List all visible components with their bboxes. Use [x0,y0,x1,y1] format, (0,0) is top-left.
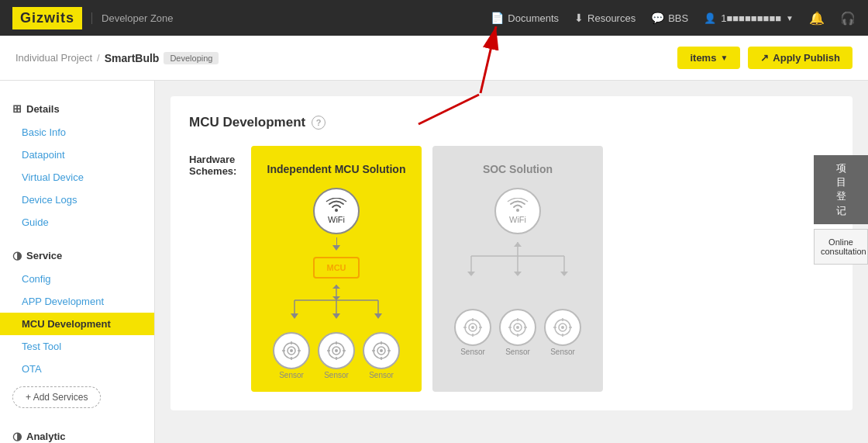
headphone-icon[interactable]: 🎧 [840,11,856,26]
schemes-container: Independent MCU Solution WiFi [251,146,603,392]
sensor-item-2: Sensor [318,332,355,379]
svg-marker-9 [332,285,340,289]
sensor-circle-2 [318,332,355,369]
breadcrumb-project: SmartBulb [105,52,160,64]
document-icon: 📄 [491,12,504,24]
sidebar-item-ota[interactable]: OTA [0,358,154,380]
sidebar-item-basic-info[interactable]: Basic Info [0,121,154,144]
sensor-label-soc-2: Sensor [505,348,530,356]
sensor-label-2: Sensor [324,371,349,379]
svg-point-51 [516,326,519,329]
sidebar-section-analytic: ◑ Analytic [0,424,154,443]
project-register-tab[interactable]: 项 目 登 记 [814,155,868,224]
sensor-circle-3 [363,332,400,369]
sidebar: ⊞ Details Basic Info Datapoint Virtual D… [0,81,155,443]
svg-point-0 [335,209,338,212]
svg-point-27 [380,349,383,352]
svg-point-32 [516,209,519,212]
breadcrumb-actions: items ▼ ↗ Apply Publish [677,47,852,69]
svg-marker-4 [291,313,298,319]
wifi-label-inactive: WiFi [509,215,526,224]
sensor-icon-soc-2 [508,317,528,337]
wifi-circle-active: WiFi [313,188,360,234]
nav-documents[interactable]: 📄 Documents [491,12,559,24]
external-icon: ↗ [760,52,769,64]
chevron-down-icon: ▼ [786,14,794,22]
right-panel: 项 目 登 记 Online consultation [814,155,868,265]
bell-icon[interactable]: 🔔 [809,11,825,26]
mcu-text: MCU [326,263,346,272]
chat-icon: 💬 [651,12,664,24]
sensor-icon-3 [371,341,391,361]
sensor-label-soc-1: Sensor [460,348,485,356]
breadcrumb: Individual Project / SmartBulb Developin… [16,52,219,64]
pie-icon: ◑ [12,249,22,261]
sidebar-item-datapoint[interactable]: Datapoint [0,144,154,166]
nav-resources[interactable]: ⬇ Resources [574,12,636,24]
svg-point-13 [290,349,293,352]
svg-point-58 [561,326,564,329]
sensor-item-soc-2: Sensor [499,309,536,356]
svg-point-44 [471,326,474,329]
mcu-box: MCU [313,257,360,279]
mcu-card: MCU Development ? Hardware Schemes: Inde… [170,96,852,410]
svg-marker-36 [467,272,475,276]
sidebar-divider-1 [0,234,154,243]
online-consultation-tab[interactable]: Online consultation [814,229,868,265]
sensor-item-soc-3: Sensor [544,309,581,356]
breadcrumb-bar: Individual Project / SmartBulb Developin… [0,36,868,81]
svg-marker-8 [374,313,382,319]
sensor-icon-soc-3 [553,317,573,337]
chevron-down-icon: ▼ [720,54,728,62]
mcu-title: MCU Development ? [189,115,834,130]
nav-links: 📄 Documents ⬇ Resources 💬 BBS 👤 1■■■■■■■… [491,11,856,26]
hardware-label: Hardware Schemes: [189,146,251,177]
scheme-independent-title: Independent MCU Solution [264,158,409,188]
sidebar-item-mcu-development[interactable]: MCU Development [0,313,154,335]
sensor-circle-soc-3 [544,309,581,346]
sidebar-item-virtual-device[interactable]: Virtual Device [0,166,154,189]
breadcrumb-sep: / [97,52,100,64]
hardware-schemes: Hardware Schemes: Independent MCU Soluti… [189,146,834,392]
sensor-icon-soc-1 [463,317,483,337]
wifi-icon-inactive [507,198,529,213]
sensor-icon-1 [281,341,301,361]
main-layout: ⊞ Details Basic Info Datapoint Virtual D… [0,81,868,443]
sidebar-item-device-logs[interactable]: Device Logs [0,189,154,211]
analytic-icon: ◑ [12,430,22,442]
items-button[interactable]: items ▼ [677,47,740,69]
sidebar-item-app-development[interactable]: APP Development [0,290,154,313]
sidebar-item-test-tool[interactable]: Test Tool [0,335,154,358]
sensor-circle-soc-2 [499,309,536,346]
nav-bbs[interactable]: 💬 BBS [651,12,688,24]
wifi-circle-inactive: WiFi [494,188,541,234]
sensor-icon-2 [326,341,346,361]
sensor-item-3: Sensor [363,332,400,379]
logo[interactable]: Gizwits [12,7,82,29]
sidebar-item-guide[interactable]: Guide [0,211,154,234]
soc-arrows [445,242,591,304]
sensor-label-1: Sensor [279,371,304,379]
apply-publish-button[interactable]: ↗ Apply Publish [748,47,852,69]
add-services-button[interactable]: + Add Services [12,386,101,408]
scheme-soc[interactable]: SOC Solution WiFi [432,146,603,392]
svg-marker-40 [560,272,568,276]
top-navigation: Gizwits Developer Zone 📄 Documents ⬇ Res… [0,0,868,36]
devzone-label: Developer Zone [91,12,174,24]
user-icon: 👤 [704,12,716,24]
breadcrumb-parent[interactable]: Individual Project [16,52,92,64]
sensor-label-soc-3: Sensor [550,348,575,356]
sidebar-item-config[interactable]: Config [0,268,154,290]
sensor-label-3: Sensor [369,371,394,379]
scheme-soc-title: SOC Solution [445,158,591,188]
scheme-independent-mcu[interactable]: Independent MCU Solution WiFi [251,146,422,392]
sensors-row-active: Sensor [264,332,409,379]
sensor-circle-soc-1 [454,309,491,346]
arrow-down-1 [264,237,409,251]
user-menu[interactable]: 👤 1■■■■■■■■■ ▼ [704,12,794,24]
sidebar-section-service: ◑ Service [0,243,154,268]
svg-point-20 [335,349,338,352]
download-icon: ⬇ [574,12,584,24]
help-icon[interactable]: ? [312,116,326,130]
svg-marker-6 [332,313,340,319]
